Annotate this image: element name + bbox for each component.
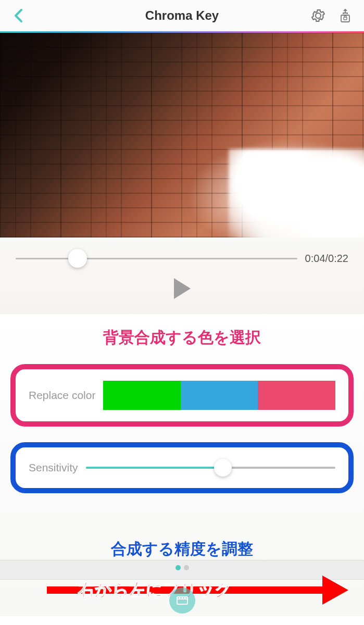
swatch-green[interactable] <box>103 381 181 410</box>
sensitivity-slider[interactable] <box>86 459 335 477</box>
replace-color-label: Replace color <box>29 389 95 402</box>
svg-rect-1 <box>344 17 347 20</box>
cloud-overlay <box>229 149 364 238</box>
annotation-precision: 合成する精度を調整 <box>16 539 348 560</box>
annotation-select-color: 背景合成する色を選択 <box>10 327 354 348</box>
swatch-pink[interactable] <box>258 381 335 410</box>
sensitivity-label: Sensitivity <box>29 461 78 474</box>
video-preview[interactable] <box>0 33 364 238</box>
player-controls: 0:04/0:22 <box>0 238 364 314</box>
play-icon <box>174 278 191 299</box>
timeline-row: 0:04/0:22 <box>16 248 348 269</box>
timeline-thumb[interactable] <box>68 249 87 268</box>
annotation-flick: 右から左にフリック <box>78 579 232 602</box>
sensitivity-track <box>86 467 335 469</box>
timeline-track-line <box>16 258 297 259</box>
center-action-button[interactable] <box>169 588 195 614</box>
export-lock-button[interactable] <box>337 7 354 24</box>
chevron-left-icon <box>14 8 23 23</box>
settings-button[interactable] <box>310 7 327 24</box>
svg-rect-0 <box>341 15 349 22</box>
timeline-slider[interactable] <box>16 248 297 269</box>
replace-color-row: Replace color <box>10 364 354 427</box>
play-button[interactable] <box>174 278 191 299</box>
settings-panel: 背景合成する色を選択 Replace color Sensitivity 合成す… <box>0 314 364 616</box>
header-actions <box>310 7 354 24</box>
header-bar: Chroma Key <box>0 0 364 31</box>
arrow-head-icon <box>322 576 348 605</box>
sensitivity-fill <box>86 467 223 469</box>
page-dot[interactable] <box>184 565 189 570</box>
page-dot[interactable] <box>175 565 181 570</box>
sensitivity-thumb[interactable] <box>214 459 232 477</box>
gear-icon <box>310 8 326 23</box>
time-display: 0:04/0:22 <box>305 253 348 265</box>
color-swatches <box>103 381 335 410</box>
media-icon <box>175 595 189 606</box>
page-indicator <box>16 563 348 572</box>
sensitivity-row: Sensitivity <box>10 442 354 493</box>
back-button[interactable] <box>10 8 26 23</box>
swatch-blue[interactable] <box>181 381 258 410</box>
share-lock-icon <box>338 8 353 23</box>
